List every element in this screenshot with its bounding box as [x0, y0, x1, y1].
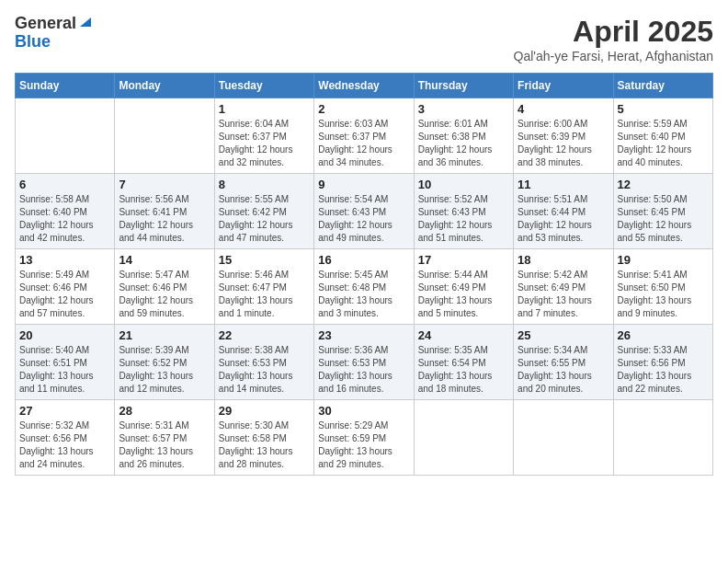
- calendar-cell: 2Sunrise: 6:03 AM Sunset: 6:37 PM Daylig…: [314, 98, 414, 174]
- calendar-cell: 1Sunrise: 6:04 AM Sunset: 6:37 PM Daylig…: [214, 98, 313, 174]
- day-info: Sunrise: 5:49 AM Sunset: 6:46 PM Dayligh…: [19, 269, 110, 320]
- day-number: 13: [19, 253, 110, 267]
- day-number: 15: [219, 253, 310, 267]
- day-number: 16: [318, 253, 409, 267]
- day-number: 11: [518, 178, 609, 191]
- day-info: Sunrise: 5:56 AM Sunset: 6:41 PM Dayligh…: [119, 193, 210, 245]
- day-number: 9: [318, 178, 409, 191]
- calendar-cell: 3Sunrise: 6:01 AM Sunset: 6:38 PM Daylig…: [414, 98, 513, 174]
- calendar-cell: 8Sunrise: 5:55 AM Sunset: 6:42 PM Daylig…: [214, 174, 313, 249]
- day-info: Sunrise: 5:44 AM Sunset: 6:49 PM Dayligh…: [418, 269, 509, 320]
- day-info: Sunrise: 5:29 AM Sunset: 6:59 PM Dayligh…: [318, 419, 409, 471]
- calendar-cell: 23Sunrise: 5:36 AM Sunset: 6:53 PM Dayli…: [314, 325, 414, 400]
- day-of-week-thursday: Thursday: [414, 74, 513, 98]
- calendar-week-3: 13Sunrise: 5:49 AM Sunset: 6:46 PM Dayli…: [16, 249, 713, 325]
- day-number: 12: [618, 178, 709, 191]
- calendar-cell: [115, 98, 214, 174]
- day-number: 23: [318, 328, 409, 342]
- calendar-cell: 4Sunrise: 6:00 AM Sunset: 6:39 PM Daylig…: [514, 98, 613, 174]
- day-info: Sunrise: 5:35 AM Sunset: 6:54 PM Dayligh…: [418, 344, 509, 396]
- calendar-table: SundayMondayTuesdayWednesdayThursdayFrid…: [15, 73, 713, 476]
- day-info: Sunrise: 5:47 AM Sunset: 6:46 PM Dayligh…: [119, 269, 210, 320]
- day-of-week-tuesday: Tuesday: [214, 74, 313, 98]
- logo-general-text: General: [15, 15, 76, 33]
- calendar-cell: 16Sunrise: 5:45 AM Sunset: 6:48 PM Dayli…: [314, 249, 414, 325]
- day-info: Sunrise: 5:31 AM Sunset: 6:57 PM Dayligh…: [119, 419, 210, 471]
- day-number: 28: [119, 404, 210, 418]
- calendar-week-1: 1Sunrise: 6:04 AM Sunset: 6:37 PM Daylig…: [16, 98, 713, 174]
- day-of-week-friday: Friday: [514, 74, 613, 98]
- calendar-cell: 15Sunrise: 5:46 AM Sunset: 6:47 PM Dayli…: [214, 249, 313, 325]
- calendar-week-5: 27Sunrise: 5:32 AM Sunset: 6:56 PM Dayli…: [16, 400, 713, 476]
- calendar-cell: [414, 400, 513, 476]
- day-info: Sunrise: 5:45 AM Sunset: 6:48 PM Dayligh…: [318, 269, 409, 320]
- day-number: 1: [219, 102, 310, 116]
- day-info: Sunrise: 6:04 AM Sunset: 6:37 PM Dayligh…: [219, 118, 310, 169]
- day-number: 7: [119, 178, 210, 191]
- calendar-cell: 26Sunrise: 5:33 AM Sunset: 6:56 PM Dayli…: [613, 325, 712, 400]
- day-number: 30: [318, 404, 409, 418]
- page-header: General Blue April 2025 Qal'ah-ye Farsi,…: [15, 15, 713, 63]
- day-info: Sunrise: 5:51 AM Sunset: 6:44 PM Dayligh…: [518, 193, 609, 245]
- day-number: 29: [219, 404, 310, 418]
- day-number: 24: [418, 328, 509, 342]
- day-of-week-sunday: Sunday: [16, 74, 115, 98]
- day-number: 3: [418, 102, 509, 116]
- calendar-body: 1Sunrise: 6:04 AM Sunset: 6:37 PM Daylig…: [16, 98, 713, 476]
- calendar-cell: 27Sunrise: 5:32 AM Sunset: 6:56 PM Dayli…: [16, 400, 115, 476]
- day-info: Sunrise: 5:30 AM Sunset: 6:58 PM Dayligh…: [219, 419, 310, 471]
- main-title: April 2025: [514, 15, 713, 49]
- day-info: Sunrise: 5:33 AM Sunset: 6:56 PM Dayligh…: [618, 344, 709, 396]
- calendar-cell: [613, 400, 712, 476]
- day-info: Sunrise: 5:52 AM Sunset: 6:43 PM Dayligh…: [418, 193, 509, 245]
- day-number: 21: [119, 328, 210, 342]
- day-number: 17: [418, 253, 509, 267]
- day-number: 19: [618, 253, 709, 267]
- calendar-cell: 24Sunrise: 5:35 AM Sunset: 6:54 PM Dayli…: [414, 325, 513, 400]
- day-number: 25: [518, 328, 609, 342]
- day-of-week-saturday: Saturday: [613, 74, 712, 98]
- day-info: Sunrise: 5:42 AM Sunset: 6:49 PM Dayligh…: [518, 269, 609, 320]
- calendar-cell: 30Sunrise: 5:29 AM Sunset: 6:59 PM Dayli…: [314, 400, 414, 476]
- day-info: Sunrise: 5:59 AM Sunset: 6:40 PM Dayligh…: [618, 118, 709, 169]
- day-info: Sunrise: 5:34 AM Sunset: 6:55 PM Dayligh…: [518, 344, 609, 396]
- calendar-cell: 18Sunrise: 5:42 AM Sunset: 6:49 PM Dayli…: [514, 249, 613, 325]
- calendar-cell: 6Sunrise: 5:58 AM Sunset: 6:40 PM Daylig…: [16, 174, 115, 249]
- day-info: Sunrise: 5:55 AM Sunset: 6:42 PM Dayligh…: [219, 193, 310, 245]
- day-number: 6: [19, 178, 110, 191]
- subtitle: Qal'ah-ye Farsi, Herat, Afghanistan: [514, 49, 713, 63]
- calendar-cell: [514, 400, 613, 476]
- calendar-cell: 28Sunrise: 5:31 AM Sunset: 6:57 PM Dayli…: [115, 400, 214, 476]
- calendar-week-4: 20Sunrise: 5:40 AM Sunset: 6:51 PM Dayli…: [16, 325, 713, 400]
- calendar-cell: 19Sunrise: 5:41 AM Sunset: 6:50 PM Dayli…: [613, 249, 712, 325]
- calendar-cell: 17Sunrise: 5:44 AM Sunset: 6:49 PM Dayli…: [414, 249, 513, 325]
- day-info: Sunrise: 5:46 AM Sunset: 6:47 PM Dayligh…: [219, 269, 310, 320]
- calendar-cell: [16, 98, 115, 174]
- calendar-cell: 11Sunrise: 5:51 AM Sunset: 6:44 PM Dayli…: [514, 174, 613, 249]
- logo: General Blue: [15, 15, 91, 52]
- day-info: Sunrise: 5:40 AM Sunset: 6:51 PM Dayligh…: [19, 344, 110, 396]
- day-info: Sunrise: 5:58 AM Sunset: 6:40 PM Dayligh…: [19, 193, 110, 245]
- calendar-week-2: 6Sunrise: 5:58 AM Sunset: 6:40 PM Daylig…: [16, 174, 713, 249]
- day-number: 4: [518, 102, 609, 116]
- day-number: 14: [119, 253, 210, 267]
- day-number: 20: [19, 328, 110, 342]
- logo-icon: [78, 16, 91, 29]
- day-number: 26: [618, 328, 709, 342]
- day-info: Sunrise: 5:50 AM Sunset: 6:45 PM Dayligh…: [618, 193, 709, 245]
- calendar-cell: 13Sunrise: 5:49 AM Sunset: 6:46 PM Dayli…: [16, 249, 115, 325]
- calendar-cell: 25Sunrise: 5:34 AM Sunset: 6:55 PM Dayli…: [514, 325, 613, 400]
- calendar-cell: 21Sunrise: 5:39 AM Sunset: 6:52 PM Dayli…: [115, 325, 214, 400]
- calendar-cell: 5Sunrise: 5:59 AM Sunset: 6:40 PM Daylig…: [613, 98, 712, 174]
- day-info: Sunrise: 6:00 AM Sunset: 6:39 PM Dayligh…: [518, 118, 609, 169]
- calendar-cell: 14Sunrise: 5:47 AM Sunset: 6:46 PM Dayli…: [115, 249, 214, 325]
- calendar-cell: 29Sunrise: 5:30 AM Sunset: 6:58 PM Dayli…: [214, 400, 313, 476]
- day-info: Sunrise: 5:54 AM Sunset: 6:43 PM Dayligh…: [318, 193, 409, 245]
- day-number: 5: [618, 102, 709, 116]
- day-number: 8: [219, 178, 310, 191]
- day-info: Sunrise: 6:01 AM Sunset: 6:38 PM Dayligh…: [418, 118, 509, 169]
- day-number: 2: [318, 102, 409, 116]
- title-section: April 2025 Qal'ah-ye Farsi, Herat, Afgha…: [514, 15, 713, 63]
- day-info: Sunrise: 5:39 AM Sunset: 6:52 PM Dayligh…: [119, 344, 210, 396]
- calendar-cell: 22Sunrise: 5:38 AM Sunset: 6:53 PM Dayli…: [214, 325, 313, 400]
